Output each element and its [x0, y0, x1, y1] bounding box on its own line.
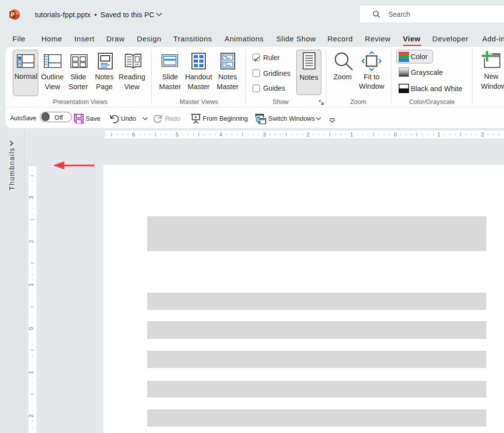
svg-text:P: P — [10, 11, 14, 18]
